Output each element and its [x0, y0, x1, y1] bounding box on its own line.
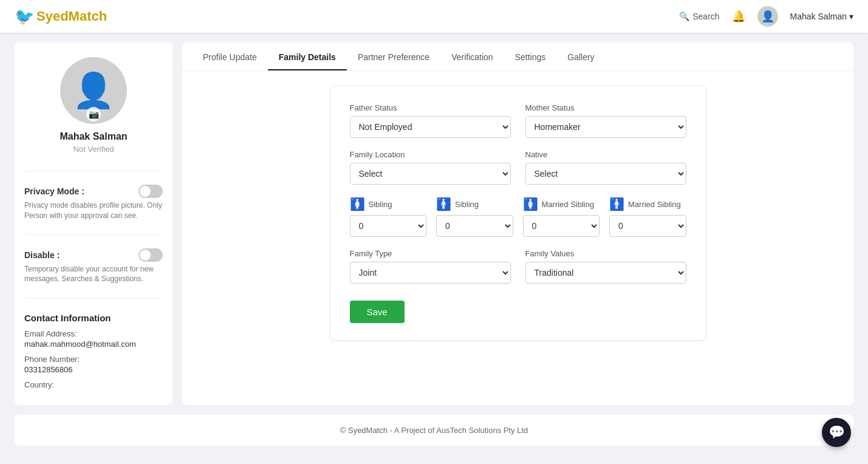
logo: 🐦 SyedMatch [15, 7, 107, 26]
header-right: 🔍 Search 🔔 👤 Mahak Salman ▾ [679, 6, 853, 27]
disable-row: Disable : Temporary disable your account… [24, 242, 163, 291]
family-location-select[interactable]: Select Pakistan Australia UK USA [350, 163, 511, 185]
tab-gallery[interactable]: Gallery [556, 43, 605, 70]
email-value: mahak.mahmood@hotmail.com [24, 339, 163, 349]
footer: © SyedMatch - A Project of AusTech Solut… [15, 415, 853, 446]
logo-text: SyedMatch [36, 9, 107, 24]
family-values-label: Family Values [525, 249, 686, 258]
sibling-male-label: 🚹 Sibling [436, 197, 479, 211]
header-user-name: Mahak Salman [790, 12, 847, 21]
married-sibling-male-label: 🚹 Married Sibling [609, 197, 681, 211]
tabs: Profile Update Family Details Partner Pr… [182, 43, 853, 71]
privacy-mode-label: Privacy Mode : [24, 185, 163, 198]
disable-desc: Temporary disable your account for new m… [24, 264, 163, 285]
profile-avatar-icon: 👤 [72, 70, 115, 111]
notification-bell-icon[interactable]: 🔔 [732, 10, 745, 23]
family-values-group: Family Values Traditional Moderate Liber… [525, 249, 686, 284]
sibling-female-group: 🚺 Sibling 012345 [350, 197, 427, 237]
siblings-row: 🚺 Sibling 012345 🚹 Sibling [350, 197, 686, 237]
married-sibling-male-group: 🚹 Married Sibling 012345 [609, 197, 686, 237]
footer-text: © SyedMatch - A Project of AusTech Solut… [340, 426, 528, 435]
divider-2 [24, 234, 163, 235]
form-container: Father Status Not Employed Employed Busi… [306, 71, 731, 355]
family-values-select[interactable]: Traditional Moderate Liberal [525, 262, 686, 284]
user-menu[interactable]: Mahak Salman ▾ [790, 12, 853, 21]
family-location-label: Family Location [350, 150, 511, 159]
native-label: Native [525, 150, 686, 159]
location-row: Family Location Select Pakistan Australi… [350, 150, 686, 185]
married-sibling-female-group: 🚺 Married Sibling 012345 [523, 197, 600, 237]
mother-status-group: Mother Status Homemaker Employed Busines… [525, 103, 686, 138]
disable-toggle[interactable] [138, 248, 163, 262]
search-label: Search [692, 12, 719, 21]
divider-1 [24, 171, 163, 171]
phone-value: 03312856806 [24, 365, 163, 374]
privacy-mode-row: Privacy Mode : Privacy mode disables pro… [24, 179, 163, 227]
chevron-down-icon: ▾ [849, 12, 853, 21]
search-button[interactable]: 🔍 Search [679, 12, 719, 21]
header: 🐦 SyedMatch 🔍 Search 🔔 👤 Mahak Salman ▾ [0, 0, 868, 33]
phone-label: Phone Number: [24, 355, 163, 364]
family-type-group: Family Type Joint Nuclear Extended [350, 249, 511, 284]
status-row: Father Status Not Employed Employed Busi… [350, 103, 686, 138]
profile-name: Mahak Salman [60, 131, 127, 142]
sibling-female-label: 🚺 Sibling [350, 197, 392, 211]
logo-icon: 🐦 [15, 7, 34, 26]
tab-partner-preference[interactable]: Partner Preference [347, 43, 440, 70]
father-status-label: Father Status [350, 103, 511, 112]
sibling-male-group: 🚹 Sibling 012345 [436, 197, 513, 237]
contact-section: Contact Information Email Address: mahak… [24, 313, 163, 391]
married-sibling-female-label: 🚺 Married Sibling [523, 197, 595, 211]
sibling-female-icon: 🚺 [350, 197, 365, 211]
privacy-mode-desc: Privacy mode disables profile picture. O… [24, 200, 163, 221]
form-card: Father Status Not Employed Employed Busi… [330, 86, 706, 341]
avatar: 👤 [757, 6, 778, 27]
married-sibling-male-select[interactable]: 012345 [609, 215, 686, 237]
family-type-label: Family Type [350, 249, 511, 258]
disable-label: Disable : [24, 248, 163, 262]
chat-fab-button[interactable]: 💬 [822, 418, 851, 447]
married-sibling-female-icon: 🚺 [523, 197, 538, 211]
sibling-female-select[interactable]: 012345 [350, 215, 427, 237]
contact-title: Contact Information [24, 313, 163, 323]
chat-icon: 💬 [829, 425, 845, 440]
family-type-select[interactable]: Joint Nuclear Extended [350, 262, 511, 284]
mother-status-select[interactable]: Homemaker Employed Business Retired Pass… [525, 116, 686, 138]
tab-settings[interactable]: Settings [504, 43, 557, 70]
tab-family-details[interactable]: Family Details [268, 43, 347, 70]
family-type-row: Family Type Joint Nuclear Extended Famil… [350, 249, 686, 284]
privacy-mode-toggle[interactable] [138, 185, 163, 198]
native-select[interactable]: Select Syed Punjabi Sindhi [525, 163, 686, 185]
avatar-icon: 👤 [761, 10, 774, 23]
married-sibling-female-select[interactable]: 012345 [523, 215, 600, 237]
father-status-group: Father Status Not Employed Employed Busi… [350, 103, 511, 138]
profile-verified-status: Not Verified [73, 145, 114, 154]
married-sibling-male-icon: 🚹 [609, 197, 624, 211]
email-label: Email Address: [24, 329, 163, 338]
avatar-wrapper: 👤 📷 [60, 57, 127, 124]
native-group: Native Select Syed Punjabi Sindhi [525, 150, 686, 185]
family-location-group: Family Location Select Pakistan Australi… [350, 150, 511, 185]
divider-3 [24, 298, 163, 298]
tab-verification[interactable]: Verification [440, 43, 504, 70]
camera-icon[interactable]: 📷 [86, 107, 101, 121]
right-panel: Profile Update Family Details Partner Pr… [182, 43, 853, 405]
sibling-male-select[interactable]: 012345 [436, 215, 513, 237]
main-container: 👤 📷 Mahak Salman Not Verified Privacy Mo… [0, 33, 868, 415]
tab-profile-update[interactable]: Profile Update [192, 43, 268, 70]
mother-status-label: Mother Status [525, 103, 686, 112]
country-label: Country: [24, 380, 163, 389]
left-panel: 👤 📷 Mahak Salman Not Verified Privacy Mo… [15, 43, 173, 405]
father-status-select[interactable]: Not Employed Employed Business Retired P… [350, 116, 511, 138]
search-icon: 🔍 [679, 12, 689, 21]
save-button[interactable]: Save [350, 301, 405, 323]
sibling-male-icon: 🚹 [436, 197, 451, 211]
